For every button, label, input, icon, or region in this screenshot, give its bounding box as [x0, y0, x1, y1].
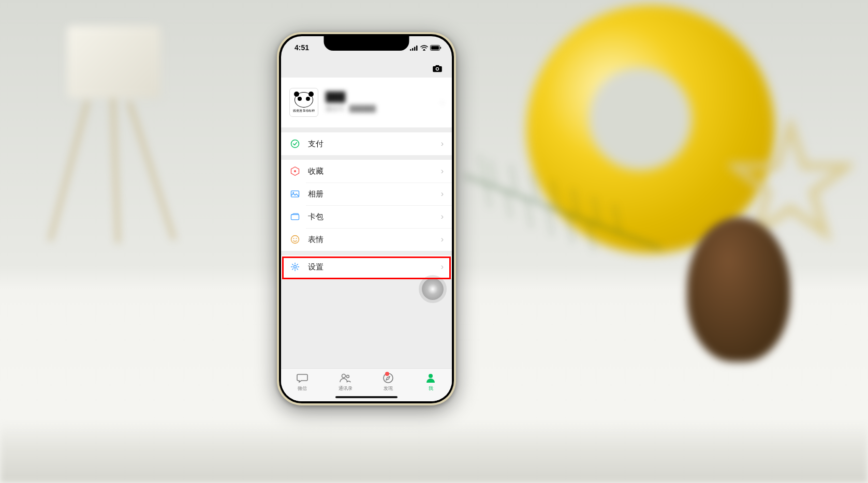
- svg-point-32: [293, 238, 295, 239]
- svg-line-5: [532, 173, 537, 202]
- svg-line-6: [552, 181, 557, 209]
- menu-label: 卡包: [308, 212, 441, 222]
- svg-point-27: [294, 170, 296, 172]
- phone-screen: 4:51: [281, 36, 452, 401]
- svg-point-20: [423, 49, 425, 50]
- tab-label: 通讯录: [339, 385, 352, 392]
- menu-item-album[interactable]: 相册 ›: [281, 183, 452, 205]
- menu-item-pay[interactable]: 支付 ›: [281, 132, 452, 155]
- menu-item-settings[interactable]: 设置 ›: [281, 255, 452, 278]
- chevron-right-icon: ›: [441, 262, 444, 271]
- tab-me[interactable]: 我: [424, 372, 437, 392]
- header-bar: [281, 59, 452, 78]
- menu-group-pay: 支付 ›: [281, 132, 452, 155]
- menu-group-collections: 收藏 › 相册 › 卡包 ›: [281, 160, 452, 251]
- svg-line-9: [614, 204, 620, 233]
- svg-line-7: [573, 189, 578, 217]
- contacts-icon: [339, 372, 351, 384]
- svg-line-8: [594, 197, 599, 225]
- home-indicator[interactable]: [335, 396, 398, 398]
- svg-point-35: [342, 374, 346, 378]
- svg-line-13: [547, 204, 552, 235]
- menu-group-settings: 设置 ›: [281, 255, 452, 278]
- svg-point-26: [291, 140, 299, 148]
- menu-item-favorites[interactable]: 收藏 ›: [281, 160, 452, 183]
- battery-icon: [430, 45, 442, 51]
- svg-rect-23: [440, 47, 442, 49]
- avatar: 贱便连 算你有种: [289, 88, 318, 117]
- profile-wechat-id: 微信号 · ██████: [326, 104, 434, 113]
- svg-rect-19: [416, 46, 418, 51]
- svg-line-4: [511, 165, 516, 194]
- chevron-right-icon: ›: [441, 167, 444, 176]
- svg-point-31: [291, 236, 299, 244]
- assistive-touch-button[interactable]: [422, 278, 444, 300]
- tab-label: 微信: [298, 385, 307, 392]
- profile-name: ███: [326, 92, 434, 102]
- cellular-signal-icon: [410, 45, 418, 51]
- svg-rect-17: [412, 48, 414, 51]
- svg-point-38: [429, 374, 433, 378]
- person-icon: [424, 372, 437, 384]
- profile-card[interactable]: 贱便连 算你有种 ███ 微信号 · ██████ ›: [281, 78, 452, 128]
- svg-point-34: [294, 266, 297, 268]
- tab-wechat[interactable]: 微信: [296, 372, 308, 392]
- svg-rect-28: [291, 191, 299, 197]
- cards-icon: [289, 211, 301, 222]
- tab-label: 我: [429, 385, 433, 392]
- album-icon: [289, 188, 301, 200]
- display-notch: [324, 36, 409, 51]
- sticker-icon: [289, 234, 301, 245]
- bottom-tab-bar: 微信 通讯录 发现: [281, 368, 452, 401]
- svg-point-33: [296, 238, 297, 239]
- svg-line-1: [464, 176, 661, 248]
- svg-point-29: [292, 192, 294, 193]
- chevron-right-icon: ›: [441, 235, 444, 244]
- svg-line-3: [490, 160, 495, 186]
- background-table-surface: [0, 421, 868, 483]
- menu-label: 表情: [308, 235, 441, 245]
- tab-label: 发现: [384, 385, 393, 392]
- menu-label: 相册: [308, 189, 441, 199]
- phone-frame: 4:51: [277, 32, 456, 405]
- svg-point-25: [436, 68, 438, 70]
- svg-rect-18: [414, 47, 416, 51]
- tab-discover[interactable]: 发现: [382, 372, 394, 392]
- svg-rect-22: [431, 46, 439, 50]
- background-pine-branch: [454, 145, 671, 279]
- svg-line-12: [526, 197, 532, 228]
- tab-contacts[interactable]: 通讯录: [339, 372, 352, 392]
- pay-icon: [289, 138, 301, 149]
- menu-label: 支付: [308, 139, 441, 149]
- chevron-right-icon: ›: [441, 189, 444, 199]
- menu-item-sticker[interactable]: 表情 ›: [281, 228, 452, 251]
- svg-point-36: [347, 375, 349, 378]
- chevron-right-icon: ›: [441, 139, 444, 148]
- menu-label: 设置: [308, 262, 441, 272]
- svg-line-15: [589, 220, 594, 251]
- chevron-right-icon: ›: [441, 212, 444, 221]
- menu-label: 收藏: [308, 167, 441, 176]
- background-pinecone: [687, 217, 790, 362]
- wifi-icon: [420, 45, 428, 51]
- svg-marker-0: [733, 125, 848, 233]
- status-time: 4:51: [295, 43, 309, 52]
- menu-item-cards[interactable]: 卡包 ›: [281, 205, 452, 228]
- svg-line-14: [568, 212, 573, 243]
- favorites-icon: [289, 165, 301, 177]
- chevron-right-icon: ›: [441, 98, 444, 107]
- svg-rect-16: [410, 49, 411, 51]
- svg-rect-30: [291, 215, 299, 220]
- camera-icon[interactable]: [432, 64, 443, 72]
- svg-line-2: [480, 155, 485, 181]
- chat-bubble-icon: [296, 372, 308, 384]
- background-tripod-stand: [41, 26, 186, 259]
- settings-icon: [289, 261, 301, 273]
